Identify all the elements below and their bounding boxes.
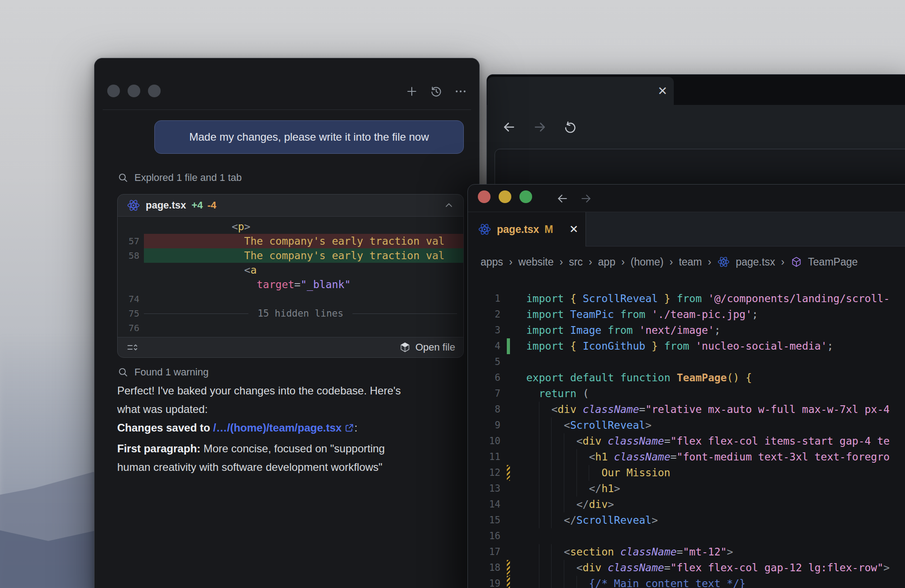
breadcrumb-item-src[interactable]: src xyxy=(569,256,583,268)
cube-icon xyxy=(791,256,802,268)
breadcrumb-item-app[interactable]: app xyxy=(598,256,615,268)
minimize-window-button[interactable] xyxy=(499,190,511,203)
breadcrumb-item-apps[interactable]: apps xyxy=(481,256,503,268)
browser-back-button[interactable] xyxy=(501,119,517,135)
changes-saved-label: Changes saved to xyxy=(117,422,213,434)
breadcrumb-separator: › xyxy=(708,256,711,268)
breadcrumb-separator: › xyxy=(669,256,673,268)
code-line: 1import { ScrollReveal } from '@/compone… xyxy=(468,291,905,307)
user-message-bubble: Made my changes, please write it into th… xyxy=(154,120,464,154)
breadcrumb-item-home[interactable]: (home) xyxy=(631,256,664,268)
code-line: 11 <h1 className="font-medium text-3xl t… xyxy=(468,449,905,465)
line-number: 12 xyxy=(468,465,506,481)
breadcrumb-separator: › xyxy=(509,256,513,268)
diff-card-header[interactable]: page.tsx +4 -4 xyxy=(118,194,463,216)
search-icon xyxy=(117,172,129,184)
line-number: 7 xyxy=(468,386,506,402)
diff-line: 58 The company's early traction val xyxy=(118,248,463,263)
code-line-content: import TeamPic from './team-pic.jpg'; xyxy=(510,307,905,322)
code-line-content xyxy=(510,528,905,544)
react-icon xyxy=(478,223,491,236)
breadcrumb-label: page.tsx xyxy=(736,256,775,268)
diff-line: 57 The company's early traction val xyxy=(118,234,463,248)
code-line: 2import TeamPic from './team-pic.jpg'; xyxy=(468,307,905,322)
code-line: 12 Our Mission xyxy=(468,465,905,481)
browser-tab[interactable]: ✕ xyxy=(487,77,674,105)
diff-card: page.tsx +4 -4 <p>57 The company's early… xyxy=(117,194,464,358)
code-line: 4import { IconGithub } from 'nucleo-soci… xyxy=(468,338,905,354)
new-chat-icon[interactable] xyxy=(405,85,419,98)
gutter-marker-empty xyxy=(507,322,510,338)
more-options-icon[interactable] xyxy=(454,85,467,98)
hidden-lines-label[interactable]: 15 hidden lines xyxy=(257,306,343,321)
diff-card-footer: Open file xyxy=(118,337,463,357)
diff-line-number: 57 xyxy=(118,234,144,248)
breadcrumb-separator: › xyxy=(560,256,563,268)
breadcrumb-item-website[interactable]: website xyxy=(519,256,554,268)
line-number: 18 xyxy=(468,560,506,576)
browser-tab-close-icon[interactable]: ✕ xyxy=(657,84,667,98)
zoom-window-button[interactable] xyxy=(519,190,532,203)
code-line-content: return ( xyxy=(510,386,905,402)
breadcrumb: apps›website›src›app›(home)›team›page.ts… xyxy=(468,247,905,277)
line-number: 5 xyxy=(468,354,506,370)
history-icon[interactable] xyxy=(429,85,443,98)
search-icon xyxy=(117,366,129,378)
assistant-message-line: Perfect! I've baked your changes into th… xyxy=(117,381,472,400)
code-line: 19 {/* Main content text */} xyxy=(468,576,905,588)
code-line-content: <section className="mt-12"> xyxy=(510,544,905,560)
user-message-text: Made my changes, please write it into th… xyxy=(189,131,429,143)
line-number: 19 xyxy=(468,576,506,588)
collapse-chevron-icon[interactable] xyxy=(443,200,454,211)
editor-code-area[interactable]: 1import { ScrollReveal } from '@/compone… xyxy=(468,277,905,588)
browser-reload-button[interactable] xyxy=(563,120,577,134)
code-line-content: {/* Main content text */} xyxy=(510,576,905,588)
diff-line-number: 74 xyxy=(118,292,144,306)
editor-tab-active[interactable]: page.tsx M ✕ xyxy=(468,212,586,247)
explored-status-text: Explored 1 file and 1 tab xyxy=(134,172,242,184)
assistant-window: Made my changes, please write it into th… xyxy=(94,58,480,588)
external-link-icon[interactable] xyxy=(344,423,354,433)
changes-saved-line: Changes saved to /…/(home)/team/page.tsx… xyxy=(117,418,472,437)
diff-line-content: The company's early traction val xyxy=(144,234,463,248)
editor-tab-close-icon[interactable]: ✕ xyxy=(569,223,578,236)
gutter-marker-empty xyxy=(507,449,510,465)
modified-indicator: M xyxy=(544,223,553,236)
diff-code-block: <p>57 The company's early traction val58… xyxy=(118,216,463,337)
editor-back-button[interactable] xyxy=(556,192,569,205)
code-line-content: <div className="flex flex-col items-star… xyxy=(510,433,905,449)
line-number: 15 xyxy=(468,512,506,528)
breadcrumb-item-teampage[interactable]: TeamPage xyxy=(791,256,858,268)
expand-lines-icon[interactable] xyxy=(126,341,138,354)
diff-line-content: 15 hidden lines xyxy=(144,306,463,321)
gutter-marker-empty xyxy=(507,291,510,307)
diff-line-number: 75 xyxy=(118,306,144,321)
code-line-content: <h1 className="font-medium text-3xl text… xyxy=(510,449,905,465)
explored-status: Explored 1 file and 1 tab xyxy=(117,171,242,185)
zoom-window-button[interactable] xyxy=(148,85,161,97)
browser-forward-button[interactable] xyxy=(532,119,548,135)
breadcrumb-item-pagetsx[interactable]: page.tsx xyxy=(717,256,775,268)
line-number: 16 xyxy=(468,528,506,544)
close-window-button[interactable] xyxy=(478,190,491,203)
open-file-button[interactable]: Open file xyxy=(399,341,455,353)
code-line: 10 <div className="flex flex-col items-s… xyxy=(468,433,905,449)
minimize-window-button[interactable] xyxy=(128,85,140,97)
desktop: { "colors": { "accent_link": "#5071f2", … xyxy=(0,0,905,588)
code-line-content: </div> xyxy=(510,497,905,512)
editor-forward-button[interactable] xyxy=(579,192,593,205)
react-icon xyxy=(127,199,140,212)
changes-saved-suffix: : xyxy=(354,422,357,434)
editor-tabbar-empty xyxy=(586,212,905,247)
browser-tabstrip: ✕ xyxy=(487,75,905,105)
line-number: 2 xyxy=(468,307,506,322)
close-window-button[interactable] xyxy=(107,85,120,97)
gutter-marker-empty xyxy=(507,402,510,417)
react-icon xyxy=(717,256,730,268)
code-line-content: </ScrollReveal> xyxy=(510,512,905,528)
saved-file-link[interactable]: /…/(home)/team/page.tsx xyxy=(213,422,342,434)
line-number: 13 xyxy=(468,481,506,497)
breadcrumb-item-team[interactable]: team xyxy=(679,256,702,268)
code-line-content: import { ScrollReveal } from '@/componen… xyxy=(510,291,905,307)
diff-line-number: 58 xyxy=(118,248,144,263)
